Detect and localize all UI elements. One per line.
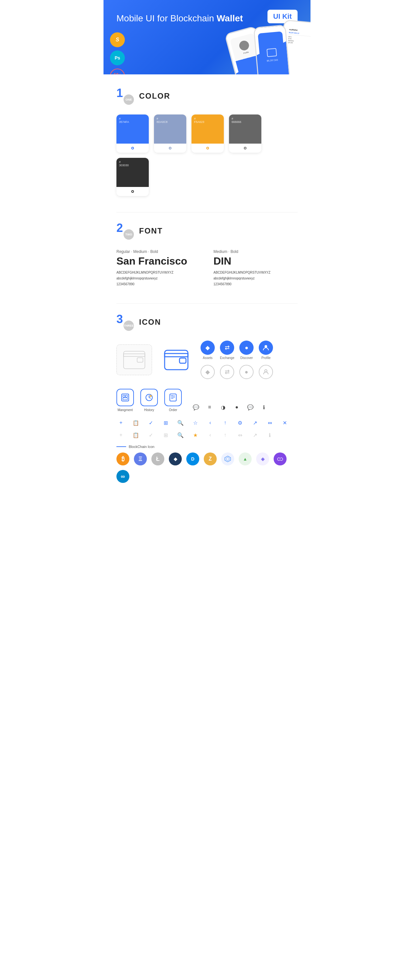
star-icon-filled: ★	[191, 431, 200, 439]
svg-rect-4	[165, 353, 188, 357]
plus-icon-outline: +	[116, 431, 126, 439]
phone-2: $6,297,502	[253, 25, 290, 75]
search-icon-outline: 🔍	[176, 431, 185, 439]
sf-lowercase: abcdefghijklmnopqrstuvwxyz	[116, 275, 201, 282]
wallet-colored	[158, 344, 194, 375]
app-icons-row: Mangment History	[116, 389, 298, 412]
color-title: COLOR	[139, 92, 170, 100]
swatch-blue: #3574FA	[116, 115, 149, 153]
list-icon: ≡	[205, 402, 214, 412]
history-icon	[140, 389, 158, 406]
info-icon-outline: ℹ	[265, 431, 274, 439]
share-icon: ↑	[221, 418, 230, 427]
discover-icon: ●	[239, 340, 253, 355]
svg-rect-1	[124, 354, 145, 356]
send-icon: ↗	[250, 418, 260, 427]
swatch-dark: #303030	[116, 158, 149, 196]
color-section: 1 ONE COLOR #3574FA #8DA0C8 #F5A623	[116, 88, 298, 196]
assets-icon: ◆	[201, 340, 215, 355]
font-section-header: 2 TWO FONT	[116, 222, 298, 240]
chat-icon: 💬	[191, 402, 201, 412]
close-icon-blue: ✕	[280, 418, 289, 427]
icon-display-row: ◆ Assets ⇄ Exchange ● Discover	[116, 340, 298, 379]
font-section: 2 TWO FONT Regular · Medium · Bold San F…	[116, 222, 298, 287]
crypto-coins-row: ₿ Ξ Ł ◆ D Z ▲ ◈	[116, 452, 298, 483]
grid-icon: ⊞	[161, 418, 170, 427]
plus-icon: +	[116, 418, 126, 427]
discover-icon-outline: ●	[239, 365, 253, 379]
din-style-label: Medium · Bold	[213, 249, 298, 254]
back-icon: ‹	[206, 418, 215, 427]
icon-section-header: 3 THREE ICON	[116, 313, 298, 331]
font-grid: Regular · Medium · Bold San Francisco AB…	[116, 249, 298, 287]
svg-rect-9	[123, 395, 125, 397]
eth-coin: Ξ	[134, 452, 147, 465]
misc-icons-group: 💬 ≡ ◑ ● 💬 ℹ	[191, 402, 269, 412]
phones-mockup: Profile $6,297,502 myWallet $6,297,502.1…	[188, 16, 310, 75]
svg-marker-20	[225, 456, 231, 462]
swap-icon: ⇔	[265, 418, 274, 427]
svg-rect-2	[137, 358, 143, 362]
icon-section: 3 THREE ICON	[116, 313, 298, 483]
main-content: 1 ONE COLOR #3574FA #8DA0C8 #F5A623	[104, 75, 310, 512]
section-number-1: 1 ONE	[116, 88, 134, 105]
one-circle: ONE	[124, 94, 134, 105]
send-icon-outline: ↗	[250, 431, 260, 439]
nav-icons-row-active: ◆ Assets ⇄ Exchange ● Discover	[201, 340, 273, 360]
check-icon: ✓	[146, 418, 155, 427]
sf-numbers: 1234567890	[116, 282, 201, 287]
sf-style-label: Regular · Medium · Bold	[116, 249, 201, 254]
settings-icon: ⚙	[236, 418, 245, 427]
section-number-2: 2 TWO	[116, 222, 134, 240]
svg-rect-11	[123, 398, 127, 400]
font-din: Medium · Bold DIN ABCDEFGHIJKLMNOPQRSTUV…	[213, 249, 298, 287]
dark-coin: ◆	[169, 452, 182, 465]
grid-coin	[221, 452, 234, 465]
search-icon: 🔍	[176, 418, 185, 427]
icon-assets: ◆ Assets	[201, 340, 215, 360]
clipboard-icon: 📋	[131, 418, 140, 427]
btc-coin: ₿	[116, 452, 129, 465]
ltc-coin: Ł	[151, 452, 164, 465]
blockchain-label-row: BlockChain Icon	[116, 445, 298, 449]
svg-marker-21	[226, 457, 229, 461]
management-icon	[116, 389, 134, 406]
hero-section: Mobile UI for Blockchain Wallet UI Kit S…	[104, 0, 310, 75]
management-icon-item: Mangment	[116, 389, 134, 412]
history-icon-item: History	[140, 389, 158, 412]
wallet-wireframe-svg	[123, 351, 145, 369]
wallet-colored-svg	[164, 350, 189, 370]
screens-badge: 60+ Screens	[110, 68, 125, 75]
color-section-header: 1 ONE COLOR	[116, 88, 298, 105]
icon-profile: Profile	[259, 340, 273, 360]
svg-rect-14	[170, 394, 176, 401]
clipboard-icon-outline: 📋	[131, 431, 140, 439]
font-sf: Regular · Medium · Bold San Francisco AB…	[116, 249, 201, 287]
din-uppercase: ABCDEFGHIJKLMNOPQRSTUVWXYZ	[213, 270, 298, 275]
icon-title: ICON	[139, 318, 161, 327]
check-icon-outline: ✓	[146, 431, 155, 439]
profile-icon	[259, 340, 273, 355]
back-icon-outline: ‹	[206, 431, 215, 439]
ark-coin: ▲	[239, 452, 252, 465]
share-icon-outline: ↑	[221, 431, 230, 439]
order-icon	[164, 389, 182, 406]
divider-1	[116, 212, 298, 213]
info-icon: ℹ	[260, 402, 269, 412]
gem-coin: ◈	[256, 452, 269, 465]
svg-rect-10	[126, 395, 127, 397]
profile-icon-outline	[259, 365, 273, 379]
ps-badge: Ps	[110, 51, 125, 65]
inf-coin: ∞	[116, 470, 129, 483]
zec-coin: Z	[204, 452, 217, 465]
three-circle: THREE	[124, 321, 134, 331]
sf-name: San Francisco	[116, 255, 201, 267]
sf-uppercase: ABCDEFGHIJKLMNOPQRSTUVWXYZ	[116, 270, 201, 275]
svg-point-6	[264, 345, 267, 348]
divider-2	[116, 303, 298, 304]
din-lowercase: abcdefghijklmnopqrstuvwxyz	[213, 275, 298, 282]
utility-icons-row2: + 📋 ✓ ⊞ 🔍 ★ ‹ ↑ ⇔ ↗ ℹ	[116, 431, 298, 439]
two-circle: TWO	[124, 229, 134, 240]
din-numbers: 1234567890	[213, 282, 298, 287]
svg-point-7	[264, 370, 267, 372]
